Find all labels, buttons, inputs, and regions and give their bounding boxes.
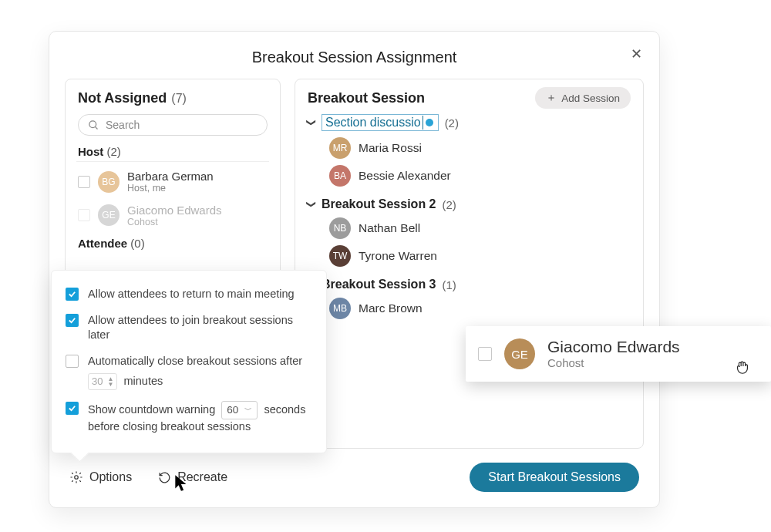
dragging-participant-card[interactable]: GE Giacomo Edwards Cohost [466,326,771,382]
host-section-label: Host (2) [78,145,268,158]
checkbox-checked-icon[interactable] [66,402,79,415]
session-member[interactable]: BABessie Alexander [308,162,631,190]
avatar: MB [329,298,351,319]
avatar: MR [329,137,351,159]
recreate-button[interactable]: Recreate [158,470,227,484]
close-icon[interactable]: ✕ [631,45,642,62]
participant-name: Giacomo Edwards [127,204,222,217]
minutes-stepper[interactable]: 30 ▲▼ [88,373,117,390]
avatar: BG [98,171,120,193]
attendee-section-label: Attendee (0) [78,237,268,250]
session-header[interactable]: ❯Breakout Session 2 (2) [308,197,631,211]
options-popover: Allow attendees to return to main meetin… [51,270,327,453]
member-name: Bessie Alexander [359,169,451,183]
checkbox-checked-icon[interactable] [66,314,79,327]
session-count: (2) [445,116,459,130]
session-member[interactable]: MRMaria Rossi [308,134,631,162]
session-header[interactable]: ❯Breakout Session 3 (1) [308,278,631,291]
svg-point-0 [89,120,96,127]
member-name: Marc Brown [359,301,423,315]
checkbox-unchecked-icon[interactable] [66,355,79,368]
session-header[interactable]: ❯Section discussio (2) [308,114,631,131]
checkbox[interactable] [478,347,492,361]
option-label: Automatically close breakout sessions af… [88,354,312,390]
option-countdown[interactable]: Show countdown warning 60 ﹀ seconds befo… [66,396,312,440]
search-icon [88,120,99,131]
divider [76,161,269,162]
chevron-down-icon: ﹀ [244,405,252,416]
options-button[interactable]: Options [69,470,132,484]
stepper-arrows-icon: ▲▼ [107,376,113,387]
chevron-down-icon: ❯ [306,119,317,126]
start-sessions-label: Start Breakout Sessions [488,470,621,483]
sessions-title: Breakout Session [308,90,425,106]
add-session-button[interactable]: ＋ Add Session [535,87,631,109]
sessions-panel: Breakout Session ＋ Add Session ❯Section … [295,79,644,449]
participant-meta: Giacomo Edwards Cohost [547,338,680,369]
avatar: GE [504,338,535,369]
avatar: TW [329,245,351,267]
session-member[interactable]: NBNathan Bell [308,214,631,242]
participant-row[interactable]: GEGiacomo EdwardsCohost [78,199,268,233]
option-label: Show countdown warning 60 ﹀ seconds befo… [88,401,312,435]
recreate-label: Recreate [177,470,227,484]
options-label: Options [89,470,132,484]
start-sessions-button[interactable]: Start Breakout Sessions [470,463,639,492]
option-label: Allow attendees to join breakout session… [88,313,312,343]
participant-role: Host, me [127,183,214,194]
session-member[interactable]: MBMarc Brown [308,295,631,322]
option-label: Allow attendees to return to main meetin… [88,287,312,302]
checkbox[interactable] [78,209,90,221]
plus-icon: ＋ [546,91,557,105]
svg-point-2 [75,476,79,480]
dialog-footer: Options Recreate Start Breakout Sessions [49,463,659,492]
session-member[interactable]: TWTyrone Warren [308,242,631,270]
session-name-input[interactable]: Section discussio [322,114,439,131]
session: ❯Breakout Session 3 (1)MBMarc Brown [308,278,631,322]
participant-role: Cohost [547,356,680,369]
checkbox-checked-icon[interactable] [66,288,79,301]
member-name: Nathan Bell [359,221,420,235]
session-name: Breakout Session 2 [322,197,436,211]
participant-name: Giacomo Edwards [547,338,680,356]
participant-name: Barbara German [127,170,214,183]
avatar: GE [98,204,120,226]
refresh-icon [158,471,171,484]
option-join-later[interactable]: Allow attendees to join breakout session… [66,308,312,348]
participant-row[interactable]: BGBarbara GermanHost, me [78,165,268,199]
gear-icon [69,470,83,484]
search-input[interactable]: Search [78,114,268,136]
dialog-title-text: Breakout Session Assignment [252,49,457,66]
host-list: BGBarbara GermanHost, meGEGiacomo Edward… [78,165,268,232]
chevron-down-icon: ❯ [306,200,317,208]
option-auto-close[interactable]: Automatically close breakout sessions af… [66,348,312,396]
dialog-title: Breakout Session Assignment ✕ [49,32,659,79]
checkbox[interactable] [78,176,90,188]
option-return-to-main[interactable]: Allow attendees to return to main meetin… [66,281,312,308]
avatar: BA [329,165,351,187]
text-cursor-handle-icon [426,119,433,126]
session: ❯Breakout Session 2 (2)NBNathan BellTWTy… [308,197,631,270]
session-name: Breakout Session 3 [322,278,436,291]
member-name: Maria Rossi [359,141,422,155]
participant-role: Cohost [127,217,222,227]
session-count: (2) [443,198,456,211]
session: ❯Section discussio (2)MRMaria RossiBABes… [308,114,631,190]
svg-line-1 [95,126,97,129]
not-assigned-title: Not Assigned [78,90,167,106]
search-placeholder: Search [106,119,140,131]
grab-cursor-icon [734,359,751,375]
footer-left: Options Recreate [69,470,227,484]
avatar: NB [329,217,351,239]
not-assigned-heading: Not Assigned (7) [78,90,268,106]
seconds-select[interactable]: 60 ﹀ [221,401,258,419]
member-name: Tyrone Warren [359,249,437,263]
not-assigned-count: (7) [171,92,187,106]
session-list: ❯Section discussio (2)MRMaria RossiBABes… [308,114,631,322]
add-session-label: Add Session [561,93,620,104]
session-count: (1) [443,278,456,291]
